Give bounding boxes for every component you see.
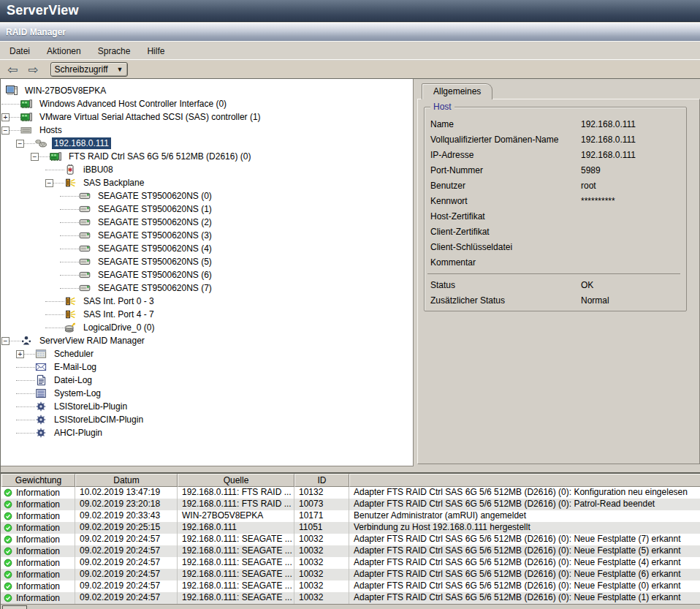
expander-minus-icon[interactable]: − [1,126,9,135]
disk-icon [79,203,91,215]
tree-item[interactable]: SEAGATE ST9500620NS (4) [0,242,413,255]
expander-plus-icon[interactable]: + [16,350,24,358]
column-header-datum[interactable]: Datum [75,474,178,487]
info-ok-icon [4,500,12,509]
severity-cell: Information [1,510,75,522]
details-panel: Allgemeines Host Name192.168.0.111Vollqu… [414,79,700,466]
tab-allgemeines[interactable]: Allgemeines [422,83,492,99]
tree-item[interactable]: SEAGATE ST9500620NS (3) [0,229,413,242]
tree-item[interactable]: E-Mail-Log [0,360,413,374]
severity-cell: Information [1,580,75,592]
severity-cell: Information [1,569,75,580]
log-row[interactable]: Information09.02.2019 20:33:43WIN-27BO5V… [0,510,700,522]
column-header-id[interactable]: ID [294,474,349,487]
tree-item-label: SAS Backplane [81,177,146,189]
log-row[interactable]: Information09.02.2019 20:24:57192.168.0.… [0,534,700,545]
dotted-guide [24,143,35,144]
tree-item[interactable]: WIN-27BO5V8EPKA [0,84,413,97]
column-header-gewichtung[interactable]: Gewichtung [1,474,75,487]
tree-connector [45,295,64,308]
field-row: Kennwort********** [425,193,686,208]
tree-item[interactable]: SEAGATE ST9500620NS (7) [0,281,413,295]
log-row[interactable]: Information09.02.2019 20:24:57192.168.0.… [0,592,700,604]
id-cell: 10032 [294,534,349,545]
window-left-edge [0,79,1,609]
tree-item[interactable]: +Scheduler [0,347,413,360]
dotted-guide [53,183,64,184]
backplane-icon [64,177,76,189]
battery-icon: ✱ [64,164,76,175]
date-cell: 09.02.2019 23:20:18 [75,499,178,510]
tree-item[interactable]: SEAGATE ST9500620NS (5) [0,255,413,268]
horizontal-splitter[interactable] [0,466,700,474]
tree-item[interactable]: AHCI-Plugin [0,426,413,439]
info-ok-icon [4,570,12,579]
tree-item[interactable]: −192.168.0.111 [0,137,413,150]
expander-plus-icon[interactable]: + [1,113,9,121]
log-row[interactable]: Information09.02.2019 20:24:57192.168.0.… [0,580,700,592]
tree-item[interactable]: Windows Advanced Host Controller Interfa… [0,97,413,110]
tree-item[interactable]: −Hosts [0,124,413,137]
tree-item[interactable]: SAS Int. Port 0 - 3 [0,295,413,308]
menu-bar: DateiAktionenSpracheHilfe [0,42,700,60]
tree-item[interactable]: LSIStoreLibCIM-Plugin [0,413,413,426]
dotted-guide [9,341,20,341]
tree-item[interactable]: +VMware Virtual Serial Attached SCSI (SA… [0,110,413,124]
tree-item[interactable]: Datei-Log [0,374,413,387]
dotted-guide [16,393,35,394]
field-value: 192.168.0.111 [581,135,636,145]
tab-label: Allgemeines [433,86,481,97]
log-row[interactable]: Information09.02.2019 20:24:57192.168.0.… [0,545,700,557]
tree-item[interactable]: ✱iBBU08 [0,163,413,176]
tree-item[interactable]: −FTS RAID Ctrl SAS 6G 5/6 512MB (D2616) … [0,150,413,163]
tree-item-label: SEAGATE ST9500620NS (3) [96,230,214,241]
tree-item[interactable]: SEAGATE ST9500620NS (1) [0,203,413,216]
id-cell: 10032 [294,545,349,557]
tree-connector [16,426,35,439]
column-header-message[interactable] [349,474,700,487]
tree-item[interactable]: SAS Int. Port 4 - 7 [0,308,413,321]
tree-item[interactable]: SEAGATE ST9500620NS (2) [0,216,413,229]
field-value: 192.168.0.111 [581,150,636,160]
message-cell: Adapter FTS RAID Ctrl SAS 6G 5/6 512MB (… [349,487,700,499]
access-mode-dropdown[interactable]: Schreibzugriff ▼ [50,62,128,77]
scrollbar-thumb[interactable] [2,605,27,609]
tree-item[interactable]: SEAGATE ST9500620NS (0) [0,189,413,203]
log-table-header: GewichtungDatumQuelleID [0,474,700,487]
id-cell: 11051 [294,522,349,534]
back-button[interactable]: ⇦ [4,62,20,77]
log-row[interactable]: Information10.02.2019 13:47:19192.168.0.… [0,487,700,499]
tree-item-label: SEAGATE ST9500620NS (2) [96,216,214,228]
log-row[interactable]: Information09.02.2019 20:24:57192.168.0.… [0,557,700,569]
dotted-guide [60,249,79,249]
port-icon [64,295,76,307]
log-row[interactable]: Information09.02.2019 20:25:15192.168.0.… [0,522,700,534]
column-header-quelle[interactable]: Quelle [178,474,294,487]
source-cell: 192.168.0.111: SEAGATE ... [178,545,294,557]
forward-button[interactable]: ⇨ [25,62,41,77]
system-log-icon [35,387,47,399]
expander-minus-icon[interactable]: − [1,337,9,345]
tree-item[interactable]: LogicalDrive_0 (0) [0,321,413,334]
expander-minus-icon[interactable]: − [45,179,53,187]
menu-item-aktionen[interactable]: Aktionen [39,44,88,58]
tree-item[interactable]: −SAS Backplane [0,176,413,189]
horizontal-scrollbar[interactable] [0,604,700,609]
expander-minus-icon[interactable]: − [16,140,24,148]
field-label: Kennwort [425,196,581,206]
source-cell: 192.168.0.111: SEAGATE ... [178,557,294,569]
menu-item-datei[interactable]: Datei [2,44,37,58]
tree-item[interactable]: −ServerView RAID Manager [0,334,413,347]
tree-item[interactable]: LSIStoreLib-Plugin [0,400,413,413]
log-row[interactable]: Information09.02.2019 23:20:18192.168.0.… [0,499,700,510]
dotted-guide [60,196,79,197]
expander-minus-icon[interactable]: − [31,153,39,161]
raid-manager-window: ServerView RAID Manager DateiAktionenSpr… [0,0,700,609]
tree-item[interactable]: System-Log [0,387,413,400]
tree-item[interactable]: SEAGATE ST9500620NS (6) [0,268,413,281]
menu-item-sprache[interactable]: Sprache [91,44,138,58]
logical-drive-icon [64,322,76,333]
menu-item-hilfe[interactable]: Hilfe [140,44,172,58]
log-row[interactable]: Information09.02.2019 20:24:57192.168.0.… [0,569,700,580]
tree-connector: − [1,124,20,137]
